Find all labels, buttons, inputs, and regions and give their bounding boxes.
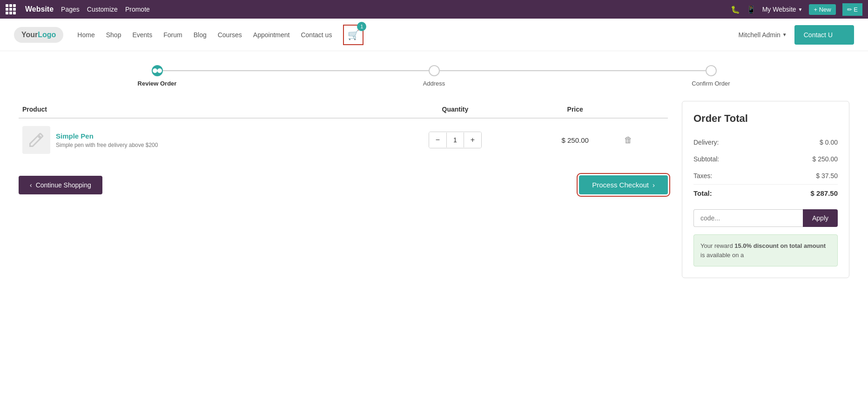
reward-box: Your reward 15.0% discount on total amou… [693, 234, 838, 266]
cart-cart-symbol: 🛒 [348, 29, 359, 40]
total-label: Total: [693, 189, 712, 197]
delivery-row: Delivery: $ 0.00 [693, 134, 838, 151]
step-circle-1 [152, 65, 163, 76]
contact-button[interactable]: Contact U [794, 25, 854, 45]
step-label-1: Review Order [138, 80, 177, 87]
nav-blog[interactable]: Blog [194, 31, 207, 39]
nav-home[interactable]: Home [77, 31, 94, 39]
nav-appointment[interactable]: Appointment [253, 31, 290, 39]
promo-row: Apply [693, 209, 838, 227]
cart-badge: 1 [357, 22, 366, 31]
delivery-value: $ 0.00 [820, 139, 838, 146]
mobile-icon[interactable]: 📱 [747, 5, 756, 14]
my-website-dropdown[interactable]: My Website ▼ [762, 6, 803, 13]
col-quantity: Quantity [379, 101, 532, 118]
admin-nav-promote[interactable]: Promote [125, 6, 150, 13]
admin-user-label: Mitchell Admin [739, 31, 781, 39]
step-address: Address [296, 65, 572, 87]
grid-icon[interactable] [6, 4, 16, 14]
col-product: Product [19, 101, 379, 118]
nav-forum[interactable]: Forum [163, 31, 182, 39]
subtotal-row: Subtotal: $ 250.00 [693, 151, 838, 167]
quantity-increase-button[interactable]: + [464, 132, 481, 148]
admin-user-dropdown[interactable]: Mitchell Admin ▼ [739, 31, 787, 39]
nav-bar: YourLogo Home Shop Events Forum Blog Cou… [0, 19, 868, 51]
cart-icon[interactable]: 🛒 1 [343, 25, 363, 45]
order-section: Product Quantity Price [19, 101, 849, 278]
step-review-order: Review Order [19, 65, 296, 87]
order-total-title: Order Total [693, 113, 838, 125]
step-label-3: Confirm Order [692, 80, 730, 87]
chevron-down-icon: ▼ [798, 7, 803, 12]
reward-bold: 15.0% discount on total amount [734, 242, 826, 249]
product-price: $ 250.00 [532, 118, 619, 161]
edit-button[interactable]: ✏ E [842, 3, 862, 16]
table-row: Simple Pen Simple pen with free delivery… [19, 118, 668, 161]
process-checkout-button[interactable]: Process Checkout › [579, 175, 668, 194]
admin-nav-customize[interactable]: Customize [87, 6, 118, 13]
order-total: Order Total Delivery: $ 0.00 Subtotal: $… [682, 101, 849, 278]
logo: YourLogo [14, 27, 63, 43]
quantity-decrease-button[interactable]: − [429, 132, 446, 148]
step-circle-2 [429, 65, 440, 76]
nav-shop[interactable]: Shop [106, 31, 121, 39]
user-chevron-icon: ▼ [782, 32, 787, 37]
nav-courses[interactable]: Courses [218, 31, 242, 39]
subtotal-value: $ 250.00 [813, 155, 838, 163]
my-website-label: My Website [762, 6, 796, 13]
nav-right: Mitchell Admin ▼ Contact U [739, 25, 854, 45]
product-name: Simple Pen [56, 132, 158, 140]
main-content: Review Order Address Confirm Order Produ… [0, 51, 868, 292]
water-drop-icon [836, 30, 845, 40]
apply-button[interactable]: Apply [803, 209, 838, 227]
nav-events[interactable]: Events [132, 31, 152, 39]
chevron-right-icon: › [653, 181, 655, 189]
taxes-label: Taxes: [693, 172, 712, 180]
order-total-box: Order Total Delivery: $ 0.00 Subtotal: $… [682, 101, 849, 278]
reward-text-post: is available on a [700, 252, 744, 259]
action-row: ‹ Continue Shopping Process Checkout › [19, 171, 668, 194]
admin-nav-pages[interactable]: Pages [61, 6, 80, 13]
site-name: Website [25, 5, 54, 13]
nav-contact-us[interactable]: Contact us [301, 31, 332, 39]
product-image [22, 126, 50, 154]
step-confirm-order: Confirm Order [572, 65, 849, 87]
product-description: Simple pen with free delivery above $200 [56, 142, 158, 148]
taxes-value: $ 37.50 [816, 172, 838, 180]
quantity-control: − 1 + [429, 132, 482, 148]
order-left: Product Quantity Price [19, 101, 668, 278]
order-table: Product Quantity Price [19, 101, 668, 161]
product-info: Simple Pen Simple pen with free delivery… [22, 126, 375, 154]
promo-code-input[interactable] [693, 209, 803, 227]
step-label-2: Address [423, 80, 445, 87]
nav-links: Home Shop Events Forum Blog Courses Appo… [77, 25, 729, 45]
taxes-row: Taxes: $ 37.50 [693, 167, 838, 184]
total-row: Total: $ 287.50 [693, 184, 838, 202]
delete-item-button[interactable]: 🗑 [622, 133, 634, 147]
reward-text-pre: Your reward [700, 242, 734, 249]
admin-bar: Website Pages Customize Promote 🐛 📱 My W… [0, 0, 868, 19]
continue-shopping-button[interactable]: ‹ Continue Shopping [19, 176, 102, 194]
chevron-left-icon: ‹ [30, 181, 32, 189]
subtotal-label: Subtotal: [693, 155, 719, 163]
col-action [619, 101, 668, 118]
progress-steps: Review Order Address Confirm Order [19, 65, 849, 87]
delivery-label: Delivery: [693, 139, 719, 146]
step-circle-3 [706, 65, 717, 76]
quantity-value: 1 [446, 133, 464, 147]
bug-icon: 🐛 [731, 5, 740, 14]
total-value: $ 287.50 [811, 189, 838, 197]
col-price: Price [532, 101, 619, 118]
new-button[interactable]: + New [809, 4, 835, 15]
